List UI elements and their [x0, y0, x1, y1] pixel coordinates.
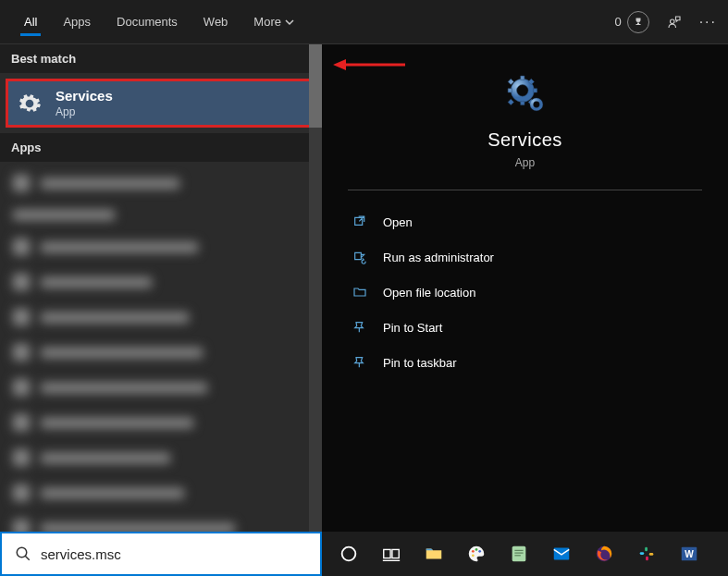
tab-apps[interactable]: Apps — [50, 0, 104, 43]
gear-icon — [17, 91, 43, 116]
svg-point-11 — [475, 548, 478, 551]
svg-rect-20 — [646, 557, 648, 561]
top-right-controls: 0 ··· — [614, 11, 717, 33]
best-match-result[interactable]: Services App — [6, 79, 316, 128]
scope-tabs: All Apps Documents Web More — [11, 0, 307, 43]
folder-icon — [352, 284, 368, 300]
search-input[interactable] — [41, 546, 307, 562]
action-run-admin[interactable]: Run as administrator — [348, 242, 702, 272]
preview-title: Services — [487, 129, 562, 151]
pin-icon — [352, 354, 368, 371]
open-icon — [352, 214, 368, 230]
svg-rect-15 — [554, 548, 570, 560]
tab-documents[interactable]: Documents — [104, 0, 191, 43]
search-main: Best match Services App Apps — [0, 44, 728, 532]
task-view-icon[interactable] — [372, 535, 411, 572]
preview-subtitle: App — [515, 156, 535, 169]
file-explorer-icon[interactable] — [414, 535, 453, 572]
svg-point-4 — [17, 547, 27, 558]
results-panel: Best match Services App Apps — [0, 44, 322, 532]
tab-web[interactable]: Web — [191, 0, 241, 43]
svg-point-10 — [472, 550, 475, 553]
search-box[interactable] — [0, 532, 322, 576]
svg-rect-14 — [512, 546, 526, 562]
svg-rect-17 — [640, 552, 645, 555]
svg-rect-18 — [645, 547, 648, 552]
apps-results — [0, 162, 322, 532]
action-open-location[interactable]: Open file location — [348, 277, 702, 307]
best-match-text: Services App — [56, 88, 113, 118]
mail-icon[interactable] — [542, 535, 581, 572]
rewards-points[interactable]: 0 — [614, 11, 648, 33]
apps-header: Apps — [0, 133, 322, 162]
scrollbar-thumb[interactable] — [309, 44, 322, 128]
best-match-title: Services — [56, 88, 113, 104]
search-icon — [15, 545, 31, 562]
svg-line-5 — [25, 556, 30, 560]
action-pin-taskbar[interactable]: Pin to taskbar — [348, 348, 702, 377]
taskbar: W — [322, 532, 728, 576]
points-count: 0 — [614, 15, 621, 29]
word-icon[interactable]: W — [670, 535, 709, 572]
results-scrollbar[interactable] — [309, 44, 322, 532]
best-match-subtitle: App — [56, 105, 113, 118]
best-match-header: Best match — [0, 44, 322, 73]
svg-point-12 — [478, 550, 481, 553]
gear-large-icon — [506, 74, 545, 113]
action-open[interactable]: Open — [348, 207, 702, 237]
action-pin-start[interactable]: Pin to Start — [348, 313, 702, 342]
chevron-down-icon — [285, 18, 294, 27]
bottom-bar: W — [0, 532, 728, 576]
slack-icon[interactable] — [627, 535, 666, 572]
feedback-button[interactable] — [666, 14, 683, 31]
svg-point-13 — [472, 554, 475, 557]
svg-rect-19 — [649, 553, 654, 556]
svg-point-6 — [342, 547, 356, 561]
person-feedback-icon — [666, 14, 683, 31]
notepadpp-icon[interactable] — [500, 535, 538, 572]
admin-icon — [352, 249, 368, 265]
svg-rect-7 — [384, 549, 390, 558]
tab-all[interactable]: All — [11, 0, 50, 43]
pin-icon — [352, 319, 368, 336]
search-topbar: All Apps Documents Web More 0 ··· — [0, 0, 728, 44]
preview-panel: Services App Open Run as administrator O… — [322, 44, 728, 532]
svg-text:W: W — [685, 549, 694, 559]
preview-actions: Open Run as administrator Open file loca… — [348, 190, 702, 377]
paint-icon[interactable] — [457, 535, 496, 572]
preview-header: Services App — [348, 61, 702, 190]
cortana-icon[interactable] — [329, 535, 368, 572]
tab-more[interactable]: More — [241, 0, 307, 43]
blurred-results — [0, 162, 309, 532]
more-options-button[interactable]: ··· — [699, 14, 717, 31]
svg-rect-8 — [392, 549, 399, 558]
firefox-icon[interactable] — [585, 535, 623, 572]
trophy-icon — [627, 11, 649, 33]
